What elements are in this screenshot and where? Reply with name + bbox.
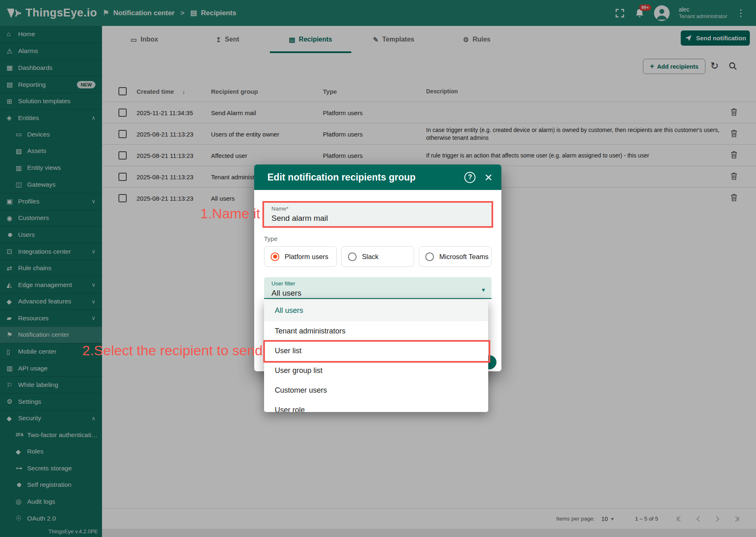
type-radio-group: Platform usersSlackMicrosoft Teams [264, 246, 492, 267]
user-filter-value: All users [271, 289, 485, 298]
user-filter-select[interactable]: User filter All users ▾ [264, 277, 492, 299]
close-icon[interactable]: × [485, 171, 492, 184]
user-filter-label: User filter [271, 280, 485, 287]
type-option-label: Platform users [285, 253, 328, 261]
radio-icon [425, 252, 434, 261]
type-option-label: Slack [362, 253, 378, 261]
name-field[interactable]: Name* Send alarm mail [264, 202, 492, 227]
dropdown-option-user-role[interactable]: User role [264, 400, 488, 412]
type-option-slack[interactable]: Slack [341, 246, 414, 267]
dropdown-option-customer-users[interactable]: Customer users [264, 380, 488, 400]
name-label: Name* [271, 206, 485, 212]
chevron-down-icon: ▾ [482, 286, 485, 294]
radio-icon [271, 252, 279, 261]
dropdown-option-user-list[interactable]: User list [264, 341, 488, 361]
name-input-value: Send alarm mail [271, 214, 485, 223]
dropdown-option-all-users[interactable]: All users [264, 300, 488, 321]
type-option-label: Microsoft Teams [439, 253, 489, 261]
user-filter-dropdown: All usersTenant administratorsUser listU… [264, 300, 488, 412]
dialog-header: Edit notification recipients group ? × [254, 164, 501, 190]
type-label: Type [264, 235, 278, 242]
type-option-platform-users[interactable]: Platform users [264, 246, 337, 267]
dropdown-option-user-group-list[interactable]: User group list [264, 361, 488, 380]
type-option-microsoft-teams[interactable]: Microsoft Teams [419, 246, 492, 267]
help-icon[interactable]: ? [464, 172, 475, 183]
dropdown-option-tenant-administrators[interactable]: Tenant administrators [264, 321, 488, 341]
dialog-title: Edit notification recipients group [267, 172, 464, 183]
radio-icon [348, 252, 357, 261]
